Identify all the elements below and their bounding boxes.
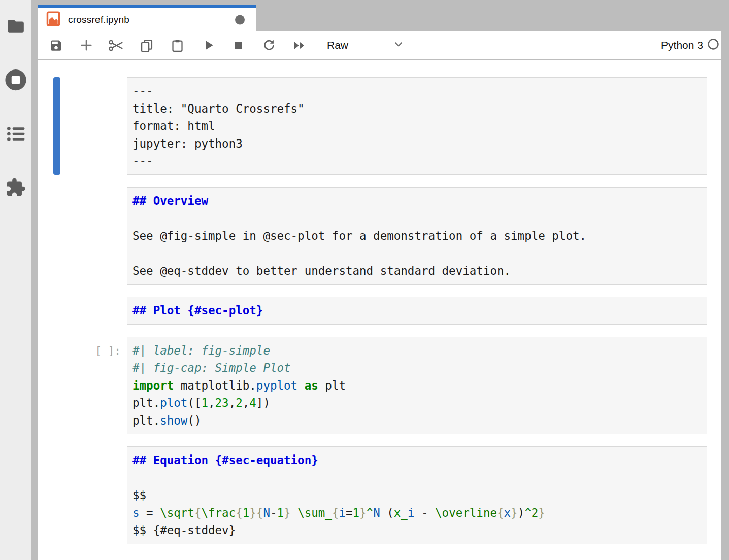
cell-collapser[interactable]: [53, 337, 60, 435]
insert-cell-button[interactable]: [78, 37, 95, 54]
markdown-cell[interactable]: ## Equation {#sec-equation} $$s = \sqrt{…: [38, 446, 721, 544]
kernel-status-icon[interactable]: [707, 38, 719, 52]
token: -: [414, 506, 435, 519]
code-line: [132, 469, 702, 487]
notebook-tab[interactable]: crossref.ipynb: [38, 5, 256, 32]
cell-editor[interactable]: ## Equation {#sec-equation} $$s = \sqrt{…: [127, 446, 707, 544]
token: =: [346, 506, 353, 519]
cut-cells-button[interactable]: [108, 37, 125, 54]
token: as: [305, 379, 318, 392]
code-line: plt.show(): [132, 412, 702, 430]
copy-cells-button[interactable]: [138, 37, 155, 54]
paste-cells-button[interactable]: [169, 37, 186, 54]
code-line: See @fig-simple in @sec-plot for a demon…: [132, 227, 702, 245]
token: \sqrt: [160, 506, 194, 519]
token: 23: [215, 396, 229, 409]
tab-bar: crossref.ipynb: [38, 0, 721, 31]
token: (: [380, 506, 394, 519]
token: 1: [353, 506, 360, 519]
cell-editor[interactable]: ## Overview See @fig-simple in @sec-plot…: [127, 187, 707, 285]
cell-execution-prompt: [60, 77, 127, 175]
token: pyplot: [256, 379, 297, 392]
cell-type-dropdown[interactable]: Raw: [327, 39, 348, 51]
notebook-file-icon: [46, 11, 60, 28]
token: N: [373, 506, 380, 519]
cell-collapser[interactable]: [53, 187, 60, 285]
restart-run-all-button[interactable]: [290, 37, 308, 54]
code-line: ## Overview: [132, 192, 702, 210]
markdown-cell[interactable]: ## Plot {#sec-plot}: [38, 297, 721, 325]
token: N: [263, 506, 270, 519]
token: ^: [367, 506, 374, 519]
token: ,: [229, 396, 236, 409]
token: x: [504, 506, 511, 519]
main-panel: crossref.ipynb: [38, 0, 721, 560]
token: =: [140, 506, 160, 519]
token: [297, 379, 305, 392]
raw-cell[interactable]: ---title: "Quarto Crossrefs"format: html…: [38, 77, 721, 175]
unsaved-changes-indicator[interactable]: [235, 15, 245, 25]
extensions-icon[interactable]: [6, 177, 26, 200]
markdown-cell[interactable]: ## Overview See @fig-simple in @sec-plot…: [38, 187, 721, 285]
cell-execution-prompt: [60, 187, 127, 285]
token: i: [339, 506, 346, 519]
token: {: [497, 506, 504, 519]
token: 1: [277, 506, 284, 519]
code-line: ## Plot {#sec-plot}: [132, 302, 702, 320]
token: }: [359, 506, 367, 519]
token: #| fig-cap: Simple Plot: [132, 361, 291, 374]
chevron-down-icon[interactable]: [392, 38, 405, 53]
cell-editor[interactable]: #| label: fig-simple#| fig-cap: Simple P…: [127, 337, 707, 435]
code-line: ## Equation {#sec-equation}: [132, 451, 702, 469]
cell-collapser[interactable]: [53, 446, 60, 544]
token: ]): [256, 396, 270, 409]
cell-collapser[interactable]: [53, 297, 60, 325]
code-line: format: html: [132, 117, 702, 135]
token: plt.: [132, 414, 160, 427]
token: #| label: fig-simple: [132, 344, 270, 357]
code-line: [132, 244, 702, 262]
token: plt: [318, 379, 346, 392]
token: 1: [243, 506, 250, 519]
running-kernels-icon[interactable]: [5, 68, 27, 93]
code-line: plt.plot([1,23,2,4]): [132, 394, 702, 412]
cell-editor[interactable]: ---title: "Quarto Crossrefs"format: html…: [127, 77, 707, 175]
file-browser-icon[interactable]: [6, 17, 26, 38]
table-of-contents-icon[interactable]: [6, 124, 25, 146]
cell-collapser[interactable]: [53, 77, 60, 175]
token: \sum_: [297, 506, 332, 519]
save-button[interactable]: [47, 37, 64, 54]
code-line: #| label: fig-simple: [132, 342, 702, 360]
cell-editor[interactable]: ## Plot {#sec-plot}: [127, 297, 707, 325]
token: {: [332, 506, 339, 519]
cell-list: ---title: "Quarto Crossrefs"format: html…: [38, 77, 721, 544]
token: s: [132, 506, 140, 519]
token: ,: [208, 396, 215, 409]
token: ,: [243, 396, 250, 409]
interrupt-kernel-button[interactable]: [229, 37, 247, 54]
code-line: ---: [132, 82, 702, 100]
code-line: jupyter: python3: [132, 135, 702, 153]
token: import: [132, 379, 174, 392]
code-line: $$ {#eq-stddev}: [132, 521, 702, 539]
tab-title: crossref.ipynb: [68, 14, 129, 25]
token: \frac: [201, 506, 236, 519]
token: ): [518, 506, 525, 519]
run-cell-button[interactable]: [200, 37, 217, 54]
token: [291, 506, 298, 519]
code-line: import matplotlib.pyplot as plt: [132, 377, 702, 395]
code-line: $$: [132, 486, 702, 504]
token: {: [256, 506, 263, 519]
token: ## Equation {#sec-equation}: [132, 453, 318, 467]
kernel-name[interactable]: Python 3: [661, 39, 703, 51]
cell-execution-prompt: [60, 446, 127, 544]
token: i: [408, 506, 415, 519]
token: 2: [236, 396, 243, 409]
token: (): [187, 414, 201, 427]
code-line: title: "Quarto Crossrefs": [132, 100, 702, 118]
notebook-area[interactable]: ---title: "Quarto Crossrefs"format: html…: [38, 60, 721, 560]
code-cell[interactable]: [ ]:#| label: fig-simple#| fig-cap: Simp…: [38, 337, 721, 435]
token: }: [249, 506, 256, 519]
code-line: #| fig-cap: Simple Plot: [132, 359, 702, 377]
restart-kernel-button[interactable]: [260, 37, 278, 54]
